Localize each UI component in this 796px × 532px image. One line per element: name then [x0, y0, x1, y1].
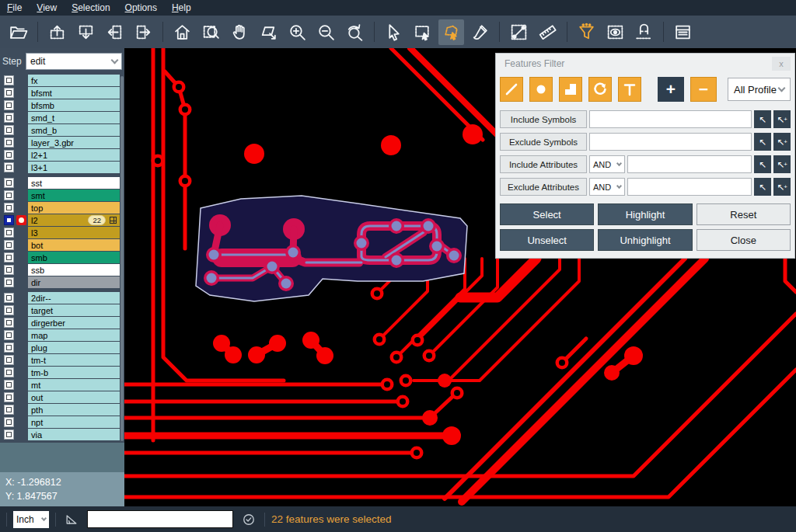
- zoom-window-icon[interactable]: [198, 19, 224, 45]
- layer-visibility-checkbox[interactable]: [4, 100, 14, 110]
- zoom-out-icon[interactable]: [313, 19, 339, 45]
- layer-name[interactable]: tm-b: [28, 367, 120, 378]
- layer-name[interactable]: plug: [28, 342, 120, 353]
- highlight-button[interactable]: Highlight: [598, 203, 692, 225]
- measure-points-icon[interactable]: [506, 19, 532, 45]
- units-select[interactable]: Inch: [13, 511, 49, 528]
- layer-name[interactable]: out: [28, 391, 120, 403]
- pick-add-from-canvas-icon[interactable]: ↖+: [773, 110, 791, 128]
- layer-scrollbar[interactable]: [120, 76, 124, 441]
- layer-visibility-checkbox[interactable]: [4, 330, 14, 340]
- layer-visibility-checkbox[interactable]: [4, 162, 14, 172]
- shift-view-left-icon[interactable]: [102, 19, 127, 45]
- layer-visibility-checkbox[interactable]: [4, 293, 14, 303]
- layer-visibility-checkbox[interactable]: [4, 113, 14, 123]
- layer-visibility-checkbox[interactable]: [4, 342, 14, 353]
- layer-visibility-checkbox[interactable]: [4, 75, 14, 85]
- unhighlight-button[interactable]: Unhighlight: [598, 229, 692, 251]
- angle-measure-icon[interactable]: [62, 510, 81, 529]
- menu-options[interactable]: Options: [125, 2, 157, 13]
- exclude-symbols-button[interactable]: Exclude Symbols: [500, 133, 587, 151]
- layer-name[interactable]: mt: [28, 379, 120, 391]
- menu-file[interactable]: File: [7, 2, 22, 13]
- layer-name[interactable]: l3+1: [28, 162, 120, 173]
- layer-visibility-checkbox[interactable]: [4, 367, 14, 377]
- layer-visibility-checkbox[interactable]: [4, 203, 14, 213]
- layer-visibility-checkbox[interactable]: [4, 305, 14, 315]
- zoom-previous-icon[interactable]: [342, 19, 368, 45]
- shift-view-right-icon[interactable]: [131, 19, 156, 45]
- layer-visibility-checkbox[interactable]: [4, 405, 14, 415]
- drag-zoom-icon[interactable]: [256, 19, 281, 45]
- select-pointer-icon[interactable]: [381, 19, 407, 45]
- layer-name[interactable]: layer_3.gbr: [28, 137, 120, 148]
- layer-visibility-checkbox[interactable]: [4, 137, 14, 148]
- layer-name[interactable]: pth: [28, 404, 120, 416]
- layer-name[interactable]: 2dir--: [28, 292, 120, 304]
- measure-ruler-icon[interactable]: [535, 19, 560, 45]
- unselect-button[interactable]: Unselect: [500, 229, 594, 251]
- view-options-icon[interactable]: [602, 19, 628, 45]
- layer-visibility-checkbox[interactable]: [4, 240, 14, 250]
- layer-name[interactable]: tm-t: [28, 354, 120, 366]
- layer-name[interactable]: map: [28, 329, 120, 341]
- layer-visibility-checkbox[interactable]: [4, 265, 14, 275]
- menu-view[interactable]: View: [37, 2, 57, 13]
- layer-name[interactable]: dirgerber: [28, 317, 120, 329]
- layer-visibility-checkbox[interactable]: [4, 150, 14, 160]
- layer-visibility-checkbox[interactable]: [4, 215, 14, 225]
- home-view-icon[interactable]: [169, 19, 195, 45]
- filter-shape-arc-icon[interactable]: [588, 77, 612, 102]
- layer-name[interactable]: fx: [28, 75, 120, 86]
- and-or-select[interactable]: AND: [589, 178, 625, 196]
- step-select[interactable]: edit: [26, 53, 122, 70]
- layer-visibility-checkbox[interactable]: [4, 190, 14, 200]
- include-attributes-button[interactable]: Include Attributes: [500, 155, 587, 173]
- command-input[interactable]: [87, 510, 233, 528]
- layer-name[interactable]: l3: [28, 227, 120, 238]
- menu-help[interactable]: Help: [172, 2, 191, 13]
- layer-name[interactable]: smt: [28, 190, 120, 201]
- layer-name[interactable]: dir: [28, 276, 120, 288]
- profile-select[interactable]: All Profile: [728, 78, 791, 101]
- shift-view-down-icon[interactable]: [73, 19, 99, 45]
- close-icon[interactable]: x: [772, 57, 791, 71]
- layer-visibility-checkbox[interactable]: [4, 355, 14, 365]
- filter-value-input[interactable]: [627, 155, 752, 173]
- layer-name[interactable]: bfsmb: [28, 99, 120, 111]
- filter-shape-line-icon[interactable]: [500, 77, 523, 102]
- shift-view-up-icon[interactable]: [44, 19, 70, 45]
- layer-visibility-checkbox[interactable]: [4, 125, 14, 135]
- layer-visibility-checkbox[interactable]: [4, 318, 14, 328]
- reset-button[interactable]: Reset: [696, 203, 791, 225]
- layer-visibility-checkbox[interactable]: [4, 277, 14, 287]
- layer-name[interactable]: smd_t: [28, 112, 120, 123]
- add-filter-button[interactable]: +: [658, 77, 684, 102]
- remove-filter-button[interactable]: −: [690, 77, 717, 102]
- layer-name[interactable]: sst: [28, 177, 120, 189]
- menu-selection[interactable]: Selection: [72, 2, 110, 13]
- pick-from-canvas-icon[interactable]: ↖: [754, 178, 771, 196]
- pick-add-from-canvas-icon[interactable]: ↖+: [773, 155, 791, 173]
- filter-shape-surface-icon[interactable]: [559, 77, 582, 102]
- layer-name[interactable]: smd_b: [28, 124, 120, 136]
- grid-icon[interactable]: [110, 217, 117, 224]
- pan-hand-icon[interactable]: [227, 19, 253, 45]
- pick-add-from-canvas-icon[interactable]: ↖+: [773, 133, 791, 151]
- filter-value-input[interactable]: [627, 178, 752, 196]
- pick-from-canvas-icon[interactable]: ↖: [754, 110, 771, 128]
- layer-name[interactable]: bot: [28, 239, 120, 251]
- sync-icon[interactable]: [239, 510, 258, 529]
- and-or-select[interactable]: AND: [589, 155, 625, 173]
- layer-name[interactable]: target: [28, 304, 120, 316]
- layers-panel-icon[interactable]: [670, 19, 696, 45]
- pick-from-canvas-icon[interactable]: ↖: [754, 133, 771, 151]
- filter-shape-text-icon[interactable]: [618, 77, 641, 102]
- select-polygon-icon[interactable]: [438, 19, 464, 45]
- layer-name[interactable]: via: [28, 429, 120, 440]
- filter-value-input[interactable]: [589, 133, 752, 151]
- layer-visibility-checkbox[interactable]: [4, 252, 14, 263]
- layer-visibility-checkbox[interactable]: [4, 88, 14, 98]
- layer-visibility-checkbox[interactable]: [4, 417, 14, 427]
- dialog-title-bar[interactable]: Features Filter: [496, 54, 794, 74]
